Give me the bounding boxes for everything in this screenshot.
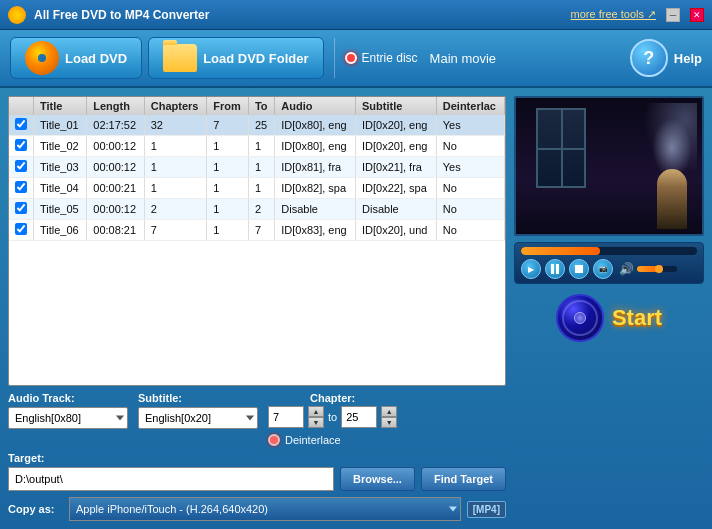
target-input-row: Browse... Find Target — [8, 467, 506, 491]
table-row[interactable]: Title_05 00:00:12 2 1 2 Disable Disable … — [9, 199, 505, 220]
stop-square — [575, 265, 583, 273]
col-deinterlace: Deinterlac — [436, 97, 504, 115]
chapter-to-up[interactable]: ▲ — [381, 406, 397, 417]
play-button[interactable]: ▶ — [521, 259, 541, 279]
table-scroll[interactable]: Title Length Chapters From To Audio Subt… — [9, 97, 505, 385]
help-button[interactable]: ? Help — [630, 39, 702, 77]
row-subtitle: ID[0x20], eng — [356, 136, 437, 157]
minimize-button[interactable]: ─ — [666, 8, 680, 22]
audio-track-label: Audio Track: — [8, 392, 128, 404]
pause-bar-1 — [551, 264, 554, 274]
progress-fill — [521, 247, 600, 255]
row-title: Title_04 — [34, 178, 87, 199]
right-panel: ▶ 📷 🔊 — [514, 96, 704, 521]
row-checkbox[interactable] — [15, 181, 27, 193]
row-checkbox[interactable] — [15, 118, 27, 130]
row-checkbox[interactable] — [15, 160, 27, 172]
row-chapters: 7 — [144, 220, 206, 241]
main-movie-label[interactable]: Main movie — [430, 51, 496, 66]
copy-as-label: Copy as: — [8, 503, 63, 515]
find-target-button[interactable]: Find Target — [421, 467, 506, 491]
toolbar-separator — [334, 38, 335, 78]
col-chapters: Chapters — [144, 97, 206, 115]
col-audio: Audio — [275, 97, 356, 115]
table-header-row: Title Length Chapters From To Audio Subt… — [9, 97, 505, 115]
scene-figure — [657, 169, 687, 229]
cd-inner — [574, 312, 586, 324]
row-to: 1 — [248, 157, 274, 178]
table-row[interactable]: Title_03 00:00:12 1 1 1 ID[0x81], fra ID… — [9, 157, 505, 178]
row-to: 1 — [248, 136, 274, 157]
deinterlace-radio[interactable] — [268, 434, 280, 446]
row-title: Title_03 — [34, 157, 87, 178]
controls-row: Audio Track: English[0x80] French[0x81] … — [8, 392, 506, 446]
row-length: 00:00:12 — [87, 199, 144, 220]
row-subtitle: ID[0x20], eng — [356, 115, 437, 136]
browse-button[interactable]: Browse... — [340, 467, 415, 491]
player-btn-row: ▶ 📷 🔊 — [521, 259, 697, 279]
chapter-from-input[interactable] — [268, 406, 304, 428]
table-row[interactable]: Title_02 00:00:12 1 1 1 ID[0x80], eng ID… — [9, 136, 505, 157]
progress-bar[interactable] — [521, 247, 697, 255]
col-from: From — [207, 97, 249, 115]
more-tools-link[interactable]: more free tools ↗ — [571, 8, 656, 21]
chapter-group: Chapter: ▲ ▼ to ▲ ▼ Deinterl — [268, 392, 397, 446]
row-audio: Disable — [275, 199, 356, 220]
start-button[interactable]: Start — [612, 307, 662, 329]
row-title: Title_06 — [34, 220, 87, 241]
row-chapters: 32 — [144, 115, 206, 136]
row-from: 1 — [207, 199, 249, 220]
table-row[interactable]: Title_04 00:00:21 1 1 1 ID[0x82], spa ID… — [9, 178, 505, 199]
row-audio: ID[0x81], fra — [275, 157, 356, 178]
row-subtitle: Disable — [356, 199, 437, 220]
table-row[interactable]: Title_01 02:17:52 32 7 25 ID[0x80], eng … — [9, 115, 505, 136]
subtitle-select-wrapper: English[0x20] French[0x21] Spanish[0x22] — [138, 407, 258, 429]
row-length: 02:17:52 — [87, 115, 144, 136]
format-badge: [MP4] — [467, 501, 506, 518]
row-title: Title_02 — [34, 136, 87, 157]
row-checkbox[interactable] — [15, 202, 27, 214]
audio-track-group: Audio Track: English[0x80] French[0x81] … — [8, 392, 128, 429]
horizontal-scrollbar[interactable] — [9, 385, 505, 386]
chapter-from-up[interactable]: ▲ — [308, 406, 324, 417]
entire-disc-radio[interactable] — [345, 52, 357, 64]
row-title: Title_01 — [34, 115, 87, 136]
title-bar: All Free DVD to MP4 Converter more free … — [0, 0, 712, 30]
row-audio: ID[0x80], eng — [275, 115, 356, 136]
row-deinterlace: No — [436, 220, 504, 241]
row-subtitle: ID[0x22], spa — [356, 178, 437, 199]
chapter-from-down[interactable]: ▼ — [308, 417, 324, 428]
load-dvd-folder-button[interactable]: Load DVD Folder — [148, 37, 323, 79]
row-length: 00:00:12 — [87, 136, 144, 157]
close-button[interactable]: ✕ — [690, 8, 704, 22]
subtitle-select[interactable]: English[0x20] French[0x21] Spanish[0x22] — [138, 407, 258, 429]
audio-track-select[interactable]: English[0x80] French[0x81] Spanish[0x82] — [8, 407, 128, 429]
col-title: Title — [34, 97, 87, 115]
subtitle-label: Subtitle: — [138, 392, 258, 404]
snapshot-button[interactable]: 📷 — [593, 259, 613, 279]
volume-track[interactable] — [637, 266, 677, 272]
entire-disc-option[interactable]: Entrie disc — [345, 51, 418, 65]
titles-table: Title Length Chapters From To Audio Subt… — [9, 97, 505, 241]
target-path-input[interactable] — [8, 467, 334, 491]
chapter-to-down[interactable]: ▼ — [381, 417, 397, 428]
row-to: 1 — [248, 178, 274, 199]
speaker-icon: 🔊 — [619, 262, 634, 276]
load-dvd-button[interactable]: Load DVD — [10, 37, 142, 79]
pause-button[interactable] — [545, 259, 565, 279]
toolbar: Load DVD Load DVD Folder Entrie disc Mai… — [0, 30, 712, 88]
row-audio: ID[0x80], eng — [275, 136, 356, 157]
row-audio: ID[0x82], spa — [275, 178, 356, 199]
row-chapters: 2 — [144, 199, 206, 220]
row-to: 2 — [248, 199, 274, 220]
stop-button[interactable] — [569, 259, 589, 279]
chapter-to-label: to — [328, 411, 337, 423]
row-checkbox[interactable] — [15, 223, 27, 235]
table-row[interactable]: Title_06 00:08:21 7 1 7 ID[0x83], eng ID… — [9, 220, 505, 241]
volume-handle[interactable] — [655, 265, 663, 273]
row-checkbox[interactable] — [15, 139, 27, 151]
copy-as-select[interactable]: Apple iPhone/iTouch - (H.264,640x420) Ap… — [69, 497, 461, 521]
chapter-to-input[interactable] — [341, 406, 377, 428]
volume-control: 🔊 — [619, 262, 677, 276]
title-bar-left: All Free DVD to MP4 Converter — [8, 6, 209, 24]
